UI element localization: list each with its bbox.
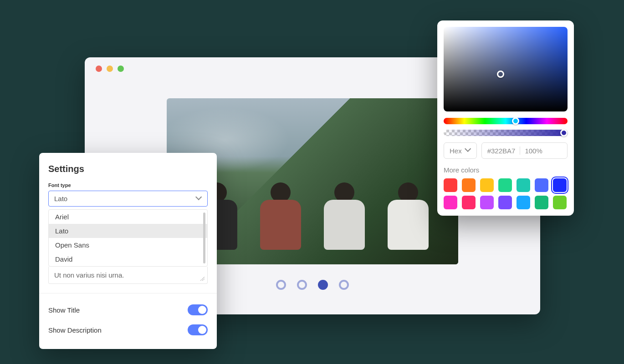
chevron-down-icon	[195, 196, 202, 202]
color-picker-panel: Hex #322BA7 100% More colors	[437, 20, 574, 216]
font-type-dropdown: Ariel Lato Open Sans David	[48, 209, 208, 267]
divider	[39, 293, 217, 293]
font-option[interactable]: Lato	[49, 224, 207, 238]
settings-panel: Settings Font type Lato Ariel Lato Open …	[39, 153, 217, 349]
window-maximize-button[interactable]	[118, 66, 124, 72]
color-swatch[interactable]	[462, 196, 476, 209]
color-swatch[interactable]	[498, 196, 512, 209]
color-input-row: Hex #322BA7 100%	[444, 142, 568, 159]
more-colors-label: More colors	[444, 166, 568, 174]
color-swatch[interactable]	[444, 196, 457, 209]
window-traffic-lights	[96, 66, 124, 72]
color-format-label: Hex	[450, 147, 462, 155]
separator	[520, 147, 520, 155]
pagination-dot-2[interactable]	[297, 280, 307, 290]
font-option[interactable]: Open Sans	[49, 238, 207, 252]
hue-handle[interactable]	[512, 117, 519, 125]
color-swatch[interactable]	[535, 196, 548, 209]
pagination-dot-1[interactable]	[276, 280, 286, 290]
show-description-row: Show Description	[48, 320, 208, 340]
color-swatch[interactable]	[444, 178, 457, 192]
window-minimize-button[interactable]	[107, 66, 113, 72]
show-description-label: Show Description	[48, 326, 102, 334]
show-title-toggle[interactable]	[188, 304, 208, 315]
alpha-slider[interactable]	[444, 130, 568, 136]
color-swatch[interactable]	[553, 178, 567, 192]
window-close-button[interactable]	[96, 66, 102, 72]
font-selected-value: Lato	[54, 195, 67, 202]
font-type-select[interactable]: Lato	[48, 191, 208, 207]
hex-input[interactable]: #322BA7	[487, 147, 516, 155]
hue-slider[interactable]	[444, 118, 568, 124]
alpha-handle[interactable]	[560, 129, 568, 136]
color-swatch[interactable]	[553, 196, 567, 209]
show-description-toggle[interactable]	[188, 324, 208, 335]
saturation-handle[interactable]	[497, 71, 504, 78]
show-title-label: Show Title	[48, 306, 80, 314]
color-swatch[interactable]	[517, 178, 530, 192]
color-swatch[interactable]	[498, 178, 512, 192]
alpha-input[interactable]: 100%	[525, 147, 542, 155]
show-title-row: Show Title	[48, 300, 208, 320]
color-swatch[interactable]	[480, 178, 494, 192]
font-option[interactable]: Ariel	[49, 210, 207, 224]
slider-pagination	[276, 280, 349, 290]
pagination-dot-4[interactable]	[339, 280, 349, 290]
person-silhouette	[256, 182, 306, 255]
color-swatches	[444, 178, 568, 209]
font-type-label: Font type	[48, 182, 208, 188]
person-silhouette	[319, 182, 369, 255]
color-format-select[interactable]: Hex	[444, 142, 477, 159]
pagination-dot-3[interactable]	[318, 280, 328, 290]
description-textarea[interactable]: Ut non varius nisi urna.	[48, 267, 208, 284]
color-swatch[interactable]	[462, 178, 476, 192]
person-silhouette	[383, 182, 433, 255]
settings-title: Settings	[48, 164, 208, 174]
color-swatch[interactable]	[535, 178, 548, 192]
color-saturation-area[interactable]	[444, 27, 568, 111]
chevron-down-icon	[465, 147, 471, 154]
font-option[interactable]: David	[49, 252, 207, 266]
color-swatch[interactable]	[517, 196, 530, 209]
dropdown-scrollbar[interactable]	[203, 212, 205, 263]
color-value-box: #322BA7 100%	[481, 142, 568, 159]
color-swatch[interactable]	[480, 196, 494, 209]
